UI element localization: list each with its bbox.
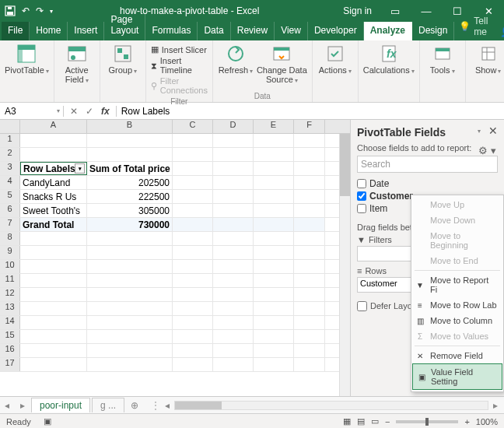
svg-rect-11 <box>124 54 128 59</box>
menu-move-end[interactable]: Move to End <box>411 253 503 268</box>
zoom-level[interactable]: 100% <box>476 417 498 426</box>
view-normal-icon[interactable]: ▦ <box>343 416 351 426</box>
pivottable-button[interactable]: PivotTable <box>5 44 49 75</box>
macro-record-icon[interactable]: ▣ <box>44 416 51 426</box>
tab-formulas[interactable]: Formulas <box>145 22 198 40</box>
menu-move-values[interactable]: ΣMove to Values <box>411 328 503 344</box>
formula-bar[interactable]: Row Labels <box>116 106 504 117</box>
gear-icon[interactable]: ⚙ ▾ <box>478 145 496 156</box>
menu-move-row-labels[interactable]: ≡Move to Row Lab <box>411 297 503 313</box>
col-header-e[interactable]: E <box>254 120 294 133</box>
signin-link[interactable]: Sign in <box>335 5 380 16</box>
tellme[interactable]: 💡Tell me <box>454 12 492 40</box>
qat-caret-icon[interactable]: ▾ <box>50 8 53 15</box>
tab-home[interactable]: Home <box>30 22 68 40</box>
menu-value-field-settings[interactable]: ▣Value Field Setting <box>412 363 502 390</box>
filter-dropdown-icon[interactable]: ▾ <box>75 163 85 174</box>
scroll-right-icon[interactable]: ▸ <box>493 400 498 411</box>
tab-design[interactable]: Design <box>412 22 454 40</box>
svg-rect-5 <box>18 45 23 62</box>
status-ready: Ready <box>6 417 31 426</box>
close-panel-icon[interactable]: ✕ <box>488 125 498 137</box>
cell[interactable]: CandyLand <box>20 176 87 189</box>
zoom-out-icon[interactable]: − <box>385 417 390 426</box>
cell-grand-total[interactable]: Grand Total <box>20 218 87 231</box>
cell-row-labels[interactable]: Row Labels▾ <box>20 162 87 175</box>
filter-connections-button[interactable]: ⚲Filter Connections <box>151 75 208 96</box>
field-date[interactable]: Date <box>357 177 498 190</box>
add-sheet-icon[interactable]: ⊕ <box>126 400 143 411</box>
slicer-icon: ▦ <box>151 44 159 54</box>
row-header[interactable]: 1 <box>0 134 20 147</box>
view-page-break-icon[interactable]: ▭ <box>371 416 379 426</box>
sheet-nav-prev[interactable]: ◂ <box>0 400 14 411</box>
insert-timeline-button[interactable]: ⧗Insert Timeline <box>151 55 208 75</box>
horizontal-scrollbar[interactable] <box>174 401 488 410</box>
zoom-slider[interactable] <box>396 420 458 423</box>
field-search-input[interactable]: Search <box>357 156 498 173</box>
actions-button[interactable]: Actions <box>317 44 353 75</box>
active-field-button[interactable]: Active Field <box>59 44 95 85</box>
tab-page-layout[interactable]: Page Layout <box>104 11 145 40</box>
menu-move-report-filter[interactable]: ▼Move to Report Fi <box>411 272 503 297</box>
col-header-a[interactable]: A <box>20 120 87 133</box>
insert-slicer-button[interactable]: ▦Insert Slicer <box>151 44 208 55</box>
group-button[interactable]: Group <box>105 44 141 75</box>
sheet-nav-next[interactable]: ▸ <box>16 400 30 411</box>
menu-move-beginning[interactable]: Move to Beginning <box>411 228 503 253</box>
name-box[interactable]: A3▾ <box>0 106 64 117</box>
split-handle[interactable]: ⋮ <box>151 400 160 411</box>
group-label-filter: Filter <box>151 96 208 106</box>
ribbon-options-icon[interactable]: ▭ <box>380 5 411 17</box>
calculations-button[interactable]: fx Calculations <box>363 44 415 75</box>
row-header[interactable]: 2 <box>0 148 20 161</box>
sheet-tab[interactable]: g ... <box>92 398 124 412</box>
menu-move-column-labels[interactable]: ▥Move to Column <box>411 313 503 328</box>
refresh-button[interactable]: Refresh <box>218 44 254 85</box>
col-header-d[interactable]: D <box>213 120 254 133</box>
undo-icon[interactable]: ↶ <box>22 5 30 16</box>
menu-remove-field[interactable]: ✕Remove Field <box>411 348 503 363</box>
zoom-in-icon[interactable]: + <box>464 417 469 426</box>
sheet-tab[interactable]: poor-input <box>31 398 90 412</box>
cell-sum-header[interactable]: Sum of Total price <box>87 162 173 175</box>
cell[interactable]: Snacks R Us <box>20 190 87 203</box>
tab-data[interactable]: Data <box>198 22 230 40</box>
panel-caret-icon[interactable]: ▾ <box>478 128 481 135</box>
tab-view[interactable]: View <box>275 22 308 40</box>
row-header[interactable]: 6 <box>0 204 20 217</box>
redo-icon[interactable]: ↷ <box>36 5 44 16</box>
row-header[interactable]: 3 <box>0 162 20 175</box>
share-button[interactable]: 👤Share <box>492 23 504 40</box>
cell[interactable]: Sweet Tooth's <box>20 204 87 217</box>
cell[interactable]: 222500 <box>87 190 173 203</box>
tab-analyze[interactable]: Analyze <box>364 22 412 40</box>
row-header[interactable]: 7 <box>0 218 20 231</box>
col-header-c[interactable]: C <box>173 120 213 133</box>
save-icon[interactable] <box>5 5 16 16</box>
col-header-f[interactable]: F <box>294 120 325 133</box>
tools-button[interactable]: Tools <box>425 44 460 75</box>
menu-move-up[interactable]: Move Up <box>411 197 503 212</box>
minimize-icon[interactable]: — <box>411 5 442 17</box>
col-header-b[interactable]: B <box>87 120 173 133</box>
cell[interactable]: 202500 <box>87 176 173 189</box>
cancel-formula-icon[interactable]: ✕ <box>70 106 78 117</box>
cell[interactable]: 730000 <box>87 218 173 231</box>
accept-formula-icon[interactable]: ✓ <box>86 106 93 117</box>
menu-move-down[interactable]: Move Down <box>411 212 503 228</box>
tab-insert[interactable]: Insert <box>68 22 104 40</box>
tab-file[interactable]: File <box>2 22 30 40</box>
row-header[interactable]: 4 <box>0 176 20 189</box>
tab-review[interactable]: Review <box>231 22 275 40</box>
select-all-corner[interactable] <box>0 120 20 133</box>
show-button[interactable]: Show <box>471 44 504 75</box>
tab-developer[interactable]: Developer <box>308 22 364 40</box>
change-data-source-button[interactable]: Change Data Source <box>257 44 307 85</box>
view-page-layout-icon[interactable]: ▤ <box>357 416 365 426</box>
fx-icon[interactable]: fx <box>101 106 110 117</box>
scroll-left-icon[interactable]: ◂ <box>165 400 170 411</box>
cell[interactable]: 305000 <box>87 204 173 217</box>
row-header[interactable]: 5 <box>0 190 20 203</box>
vertical-scrollbar[interactable] <box>339 134 350 396</box>
